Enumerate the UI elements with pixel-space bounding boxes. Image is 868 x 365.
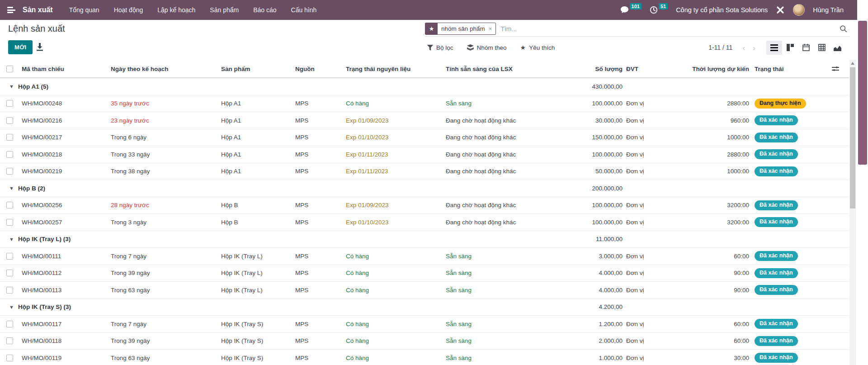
table-row[interactable]: WH/MO/0021623 ngày trướcHộp A1MPSExp 01/…: [0, 112, 849, 129]
favorites-button[interactable]: ★ Yêu thích: [520, 44, 555, 51]
row-checkbox[interactable]: [6, 100, 13, 107]
messages-button[interactable]: 101: [620, 6, 642, 14]
header-readiness[interactable]: Tính sẵn sàng của LSX: [446, 66, 568, 72]
table-row[interactable]: WH/MO/00257Trong 3 ngàyHộp BMPSExp 01/10…: [0, 213, 849, 231]
table-row[interactable]: WH/MO/00117Trong 7 ngàyHộp IK (Tray S)MP…: [0, 315, 849, 332]
company-switcher[interactable]: Công ty cổ phần Sota Solutions: [676, 6, 768, 14]
table-row[interactable]: WH/MO/00219Trong 38 ngàyHộp A1MPSExp 01/…: [0, 163, 849, 180]
optional-columns-icon[interactable]: [832, 65, 839, 72]
cell-quantity: 100.000,00: [568, 100, 623, 107]
group-row[interactable]: ▼Hộp IK (Tray L) (3)11.000,00: [0, 231, 849, 248]
group-row[interactable]: ▼Hộp IK (Tray S) (3)4.200,00: [0, 299, 849, 316]
pager-next-icon[interactable]: ›: [749, 43, 759, 52]
cell-readiness: Sẵn sàng: [446, 100, 568, 107]
row-checkbox[interactable]: [6, 355, 13, 361]
row-checkbox[interactable]: [6, 151, 13, 158]
menu-hoat-dong[interactable]: Hoạt động: [108, 1, 150, 19]
funnel-icon: [427, 45, 433, 51]
table-row[interactable]: WH/MO/0025628 ngày trướcHộp BMPSExp 01/0…: [0, 197, 849, 214]
cell-quantity: 4.000,00: [568, 270, 623, 276]
row-checkbox[interactable]: [6, 321, 13, 327]
app-name[interactable]: Sản xuất: [23, 6, 53, 14]
filter-button[interactable]: Bộ lọc: [427, 44, 453, 51]
cell-duration: 60:00: [661, 321, 749, 327]
menu-bao-cao[interactable]: Báo cáo: [247, 1, 283, 19]
cell-material-status: Exp 01/10/2023: [346, 134, 446, 141]
kanban-view-button[interactable]: [782, 41, 798, 55]
view-switcher: [766, 41, 845, 55]
export-download-icon[interactable]: [36, 43, 43, 51]
search-bar[interactable]: ★ nhóm sản phẩm ×: [425, 21, 850, 37]
table-row[interactable]: WH/MO/00118Trong 39 ngàyHộp IK (Tray S)M…: [0, 332, 849, 350]
activities-button[interactable]: 51: [650, 6, 668, 14]
header-material-status[interactable]: Trạng thái nguyên liệu: [346, 66, 446, 72]
list-view-button[interactable]: [766, 41, 782, 55]
table-row[interactable]: WH/MO/00113Trong 63 ngàyHộp IK (Tray L)M…: [0, 281, 849, 299]
table-row[interactable]: WH/MO/0024835 ngày trướcHộp A1MPSCó hàng…: [0, 95, 849, 112]
header-uom[interactable]: ĐVT: [623, 66, 661, 72]
cell-reference: WH/MO/00111: [22, 253, 111, 260]
menu-lap-ke-hoach[interactable]: Lập kế hoạch: [151, 1, 202, 19]
search-icon[interactable]: [840, 25, 847, 33]
row-checkbox[interactable]: [6, 253, 13, 260]
select-all-checkbox[interactable]: [6, 66, 13, 72]
calendar-view-button[interactable]: [798, 41, 814, 55]
page-title: Lệnh sản xuất: [8, 24, 65, 34]
cell-scheduled-date: 35 ngày trước: [111, 100, 221, 107]
debug-tools-icon[interactable]: [776, 5, 785, 14]
pivot-view-button[interactable]: [814, 41, 830, 55]
status-badge: Đã xác nhận: [755, 133, 798, 142]
table-row[interactable]: WH/MO/00218Trong 33 ngàyHộp A1MPSExp 01/…: [0, 146, 849, 163]
cell-readiness: Sẵn sàng: [446, 337, 568, 344]
header-scheduled-date[interactable]: Ngày theo kế hoạch: [111, 66, 221, 72]
cell-uom: Đơn vị: [623, 100, 661, 107]
cell-duration: 60:00: [661, 337, 749, 344]
row-checkbox[interactable]: [6, 134, 13, 141]
table-row[interactable]: WH/MO/00119Trong 63 ngàyHộp IK (Tray S)M…: [0, 349, 849, 365]
scroll-up-icon[interactable]: [851, 62, 854, 65]
table-row[interactable]: WH/MO/00111Trong 7 ngàyHộp IK (Tray L)MP…: [0, 247, 849, 265]
menu-cau-hinh[interactable]: Cấu hình: [285, 1, 323, 19]
group-qty-total: 11.000,00: [596, 236, 623, 242]
group-row[interactable]: ▼Hộp A1 (5)430.000,00: [0, 78, 849, 95]
user-avatar[interactable]: [793, 4, 805, 16]
row-checkbox[interactable]: [6, 219, 13, 226]
pager-previous-icon[interactable]: ‹: [739, 43, 749, 52]
list-scrollbar[interactable]: [849, 60, 856, 365]
row-checkbox[interactable]: [6, 270, 13, 276]
cell-readiness: Sẵn sàng: [446, 355, 568, 361]
search-input[interactable]: [500, 25, 840, 33]
row-checkbox[interactable]: [6, 117, 13, 124]
apps-menu-icon[interactable]: [7, 7, 16, 13]
window-scrollbar[interactable]: [857, 0, 868, 365]
row-checkbox[interactable]: [6, 202, 13, 209]
graph-view-button[interactable]: [830, 41, 845, 55]
cell-duration: 2880:00: [661, 151, 749, 158]
header-source[interactable]: Nguồn: [295, 66, 346, 72]
row-checkbox[interactable]: [6, 168, 13, 175]
menu-san-pham[interactable]: Sản phẩm: [203, 1, 245, 19]
row-checkbox[interactable]: [6, 287, 13, 294]
table-row[interactable]: WH/MO/00112Trong 39 ngàyHộp IK (Tray L)M…: [0, 265, 849, 282]
groupby-button[interactable]: Nhóm theo: [467, 44, 507, 51]
status-badge: Đã xác nhận: [755, 200, 798, 210]
facet-remove-icon[interactable]: ×: [489, 25, 496, 32]
facet-label: nhóm sản phẩm: [438, 25, 489, 32]
new-button[interactable]: MỚI: [8, 40, 33, 54]
row-checkbox[interactable]: [6, 337, 13, 344]
group-row[interactable]: ▼Hộp B (2)200.000,00: [0, 180, 849, 197]
list-scrollbar-thumb[interactable]: [850, 67, 855, 209]
cell-source: MPS: [295, 337, 346, 344]
header-reference[interactable]: Mã tham chiếu: [22, 66, 111, 72]
cell-reference: WH/MO/00119: [22, 355, 111, 361]
window-scrollbar-thumb[interactable]: [858, 21, 867, 165]
user-name[interactable]: Hùng Trần: [813, 6, 844, 14]
status-badge: Đã xác nhận: [755, 268, 798, 278]
cell-source: MPS: [295, 287, 346, 294]
header-quantity[interactable]: Số lượng: [568, 66, 623, 72]
header-product[interactable]: Sản phẩm: [221, 66, 295, 72]
table-row[interactable]: WH/MO/00217Trong 6 ngàyHộp A1MPSExp 01/1…: [0, 129, 849, 146]
header-duration[interactable]: Thời lượng dự kiến: [661, 66, 749, 72]
menu-tong-quan[interactable]: Tổng quan: [63, 1, 106, 19]
cell-readiness: Đang chờ hoạt động khác: [446, 219, 568, 226]
